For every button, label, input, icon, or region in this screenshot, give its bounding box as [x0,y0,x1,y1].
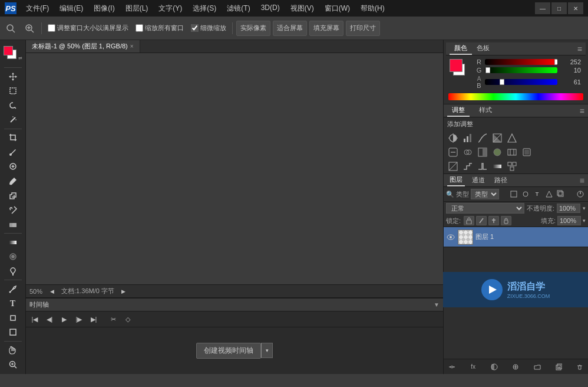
menu-window[interactable]: 窗口(W) [320,2,355,15]
new-layer-button[interactable] [553,361,564,373]
color-lookup-adj[interactable] [520,146,534,159]
tab-paths[interactable]: 路径 [492,175,510,186]
color-panel-options[interactable]: ≡ [577,44,582,54]
lock-pixels-icon[interactable] [476,216,487,225]
gradient-tool[interactable] [5,235,21,249]
clone-stamp-tool[interactable] [5,189,21,202]
crop-tool[interactable] [5,131,21,145]
lock-transparent-icon[interactable] [464,216,474,225]
layer-visibility-toggle[interactable] [446,232,455,242]
b-slider-handle[interactable] [500,79,504,85]
marquee-tool[interactable] [5,84,21,97]
fg-swatch[interactable] [450,59,463,72]
filter-shape-icon[interactable] [544,189,554,199]
selective-color-adj[interactable] [505,160,519,173]
g-slider[interactable] [485,67,557,73]
create-timeline-dropdown[interactable]: ▾ [261,343,273,358]
close-tab-button[interactable]: × [130,43,134,50]
blend-mode-select[interactable]: 正常 [446,203,524,214]
history-brush-tool[interactable] [5,203,21,217]
fit-screen-button[interactable]: 适合屏幕 [273,21,307,36]
type-tool[interactable]: T [5,297,21,310]
color-spectrum[interactable] [448,93,583,100]
tab-color[interactable]: 颜色 [450,42,472,55]
black-white-adj[interactable] [475,146,490,159]
scrubby-zoom-checkbox[interactable]: 细微缩放 [189,22,229,34]
new-fill-layer-button[interactable] [510,361,521,373]
channel-mixer-adj[interactable] [505,146,519,159]
tab-channels[interactable]: 通道 [470,175,487,186]
tab-styles[interactable]: 样式 [474,104,497,117]
zoom-all-input[interactable] [136,24,143,32]
filter-type-icon[interactable]: T [532,189,543,199]
go-to-end-button[interactable]: ▶| [87,313,100,326]
brightness-contrast-adj[interactable] [446,132,460,145]
fill-arrow[interactable]: ▾ [583,218,586,224]
curves-adj[interactable] [475,132,490,145]
fill-screen-button[interactable]: 填充屏幕 [309,21,343,36]
b-slider[interactable] [485,79,557,85]
filter-on-off[interactable] [575,189,586,199]
dodge-tool[interactable] [5,264,21,278]
exposure-adj[interactable] [490,132,504,145]
keyframe-button[interactable]: ◇ [121,313,134,326]
layers-panel-options[interactable]: ≡ [580,176,584,185]
menu-filter[interactable]: 滤镜(T) [222,2,255,15]
cut-button[interactable]: ✂ [107,313,120,326]
invert-adj[interactable] [446,160,460,173]
step-back-button[interactable]: ◀| [43,313,56,326]
eyedropper-tool[interactable] [5,145,21,159]
menu-layer[interactable]: 图层(L) [121,2,153,15]
step-forward-button[interactable]: |▶ [72,313,85,326]
menu-view[interactable]: 视图(V) [286,2,319,15]
layer-mask-button[interactable] [488,361,500,373]
menu-edit[interactable]: 编辑(E) [55,2,88,15]
photo-filter-adj[interactable] [490,146,504,159]
tab-layers[interactable]: 图层 [447,174,465,186]
scrubby-zoom-input[interactable] [191,24,199,32]
healing-tool[interactable] [5,160,21,173]
vibrance-adj[interactable] [505,132,519,145]
opacity-input[interactable] [557,204,580,213]
layer-item[interactable]: 图层 1 [444,227,588,247]
path-select-tool[interactable] [5,311,21,324]
filter-type-select[interactable]: 类型 [471,189,499,199]
layer-style-button[interactable]: fx [467,361,479,373]
color-swatch-area[interactable] [448,58,471,80]
filter-adjustment-icon[interactable] [520,189,531,199]
menu-3d[interactable]: 3D(D) [256,2,285,15]
go-to-start-button[interactable]: |◀ [28,313,41,326]
tab-adjustments[interactable]: 调整 [447,104,470,117]
hand-tool[interactable] [5,343,21,357]
hue-sat-adj[interactable] [446,146,460,159]
gradient-map-adj[interactable] [490,160,504,173]
zoom-in-button[interactable] [21,21,38,36]
create-timeline-button[interactable]: 创建视频时间轴 [196,343,261,359]
link-layers-button[interactable] [446,361,458,373]
lasso-tool[interactable] [5,99,21,112]
swap-colors-icon[interactable]: ⇄ [18,55,22,61]
document-tab[interactable]: 未标题-1 @ 50% (图层 1, RGB/8) × [26,40,140,53]
menu-file[interactable]: 文件(F) [21,2,54,15]
threshold-adj[interactable] [475,160,490,173]
zoom-out-button[interactable] [2,21,19,36]
lock-all-icon[interactable] [501,216,511,225]
r-slider-handle[interactable] [554,59,557,65]
close-button[interactable]: ✕ [568,2,583,14]
timeline-collapse-button[interactable]: ▼ [434,301,440,308]
shape-tool[interactable] [5,326,21,339]
delete-layer-button[interactable] [574,361,586,373]
g-slider-handle[interactable] [485,67,490,73]
foreground-color-swatch[interactable] [4,46,13,55]
fit-screen-checkbox[interactable]: 调整窗口大小以满屏显示 [45,22,131,34]
print-size-button[interactable]: 打印尺寸 [346,21,380,36]
filter-smartobj-icon[interactable] [556,189,566,199]
menu-image[interactable]: 图像(I) [89,2,119,15]
levels-adj[interactable] [461,132,475,145]
zoom-tool[interactable] [5,358,21,372]
magic-wand-tool[interactable] [5,113,21,126]
blur-tool[interactable] [5,250,21,263]
actual-pixels-button[interactable]: 实际像素 [236,21,270,36]
opacity-arrow[interactable]: ▾ [583,205,586,211]
adjust-panel-options[interactable]: ≡ [580,106,584,116]
